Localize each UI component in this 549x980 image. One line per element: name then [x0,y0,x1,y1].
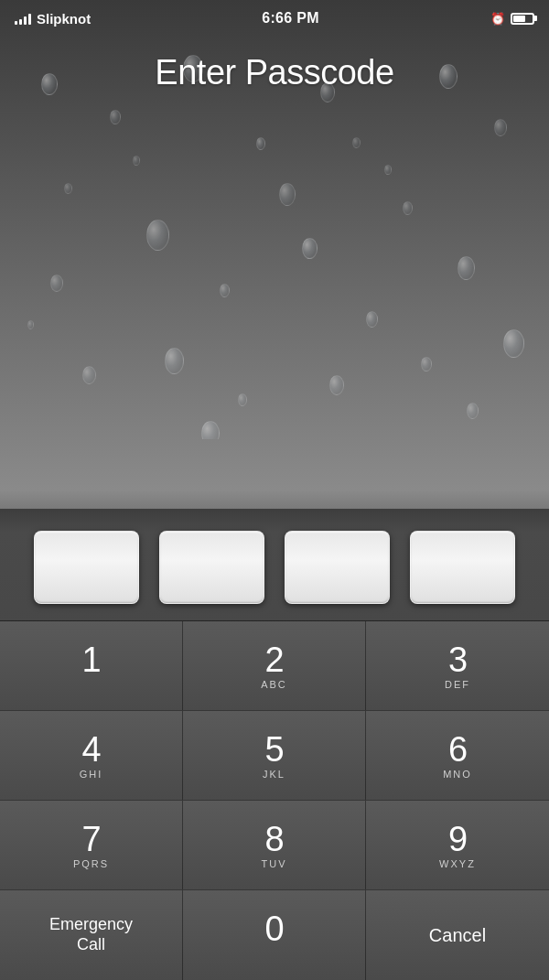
key-4-number: 4 [81,732,100,767]
status-left: Slipknot [15,11,91,27]
key-7-letters: PQRS [73,858,109,869]
keypad-section: 1 2 ABC 3 DEF 4 GHI 5 JKL 6 MNO 7 PQRS [0,509,549,980]
clock-icon: ⏰ [490,12,505,26]
passcode-box-4 [410,531,515,604]
cancel-label: Cancel [429,924,486,946]
key-5[interactable]: 5 JKL [183,711,366,801]
battery-fill [513,16,525,22]
emergency-call-label: EmergencyCall [49,915,133,954]
key-1[interactable]: 1 [0,621,183,711]
key-4[interactable]: 4 GHI [0,711,183,801]
key-2-number: 2 [264,642,283,677]
key-7[interactable]: 7 PQRS [0,801,183,890]
key-0[interactable]: 0 [183,890,366,980]
key-9[interactable]: 9 WXYZ [366,801,549,890]
key-8[interactable]: 8 TUV [183,801,366,890]
key-8-letters: TUV [262,858,287,869]
signal-bar-3 [24,16,27,25]
signal-bars [15,12,31,25]
key-1-number: 1 [81,642,100,677]
passcode-box-2 [159,531,264,604]
passcode-box-1 [34,531,139,604]
key-2[interactable]: 2 ABC [183,621,366,711]
key-0-number: 0 [264,911,283,946]
signal-bar-2 [19,19,22,25]
passcode-title: Enter Passcode [0,53,549,92]
key-8-number: 8 [264,822,283,856]
status-bar: Slipknot 6:66 PM ⏰ [0,0,549,37]
title-area: Enter Passcode [0,37,549,111]
key-6-number: 6 [448,732,467,767]
key-6[interactable]: 6 MNO [366,711,549,801]
battery-icon [511,13,534,25]
key-5-letters: JKL [263,769,285,780]
key-3[interactable]: 3 DEF [366,621,549,711]
status-time: 6:66 PM [262,10,319,27]
key-7-number: 7 [81,822,100,856]
key-6-letters: MNO [443,769,472,780]
key-emergency[interactable]: EmergencyCall [0,890,183,980]
key-9-number: 9 [448,822,467,856]
numpad: 1 2 ABC 3 DEF 4 GHI 5 JKL 6 MNO 7 PQRS [0,621,549,980]
key-3-number: 3 [448,642,467,677]
key-4-letters: GHI [80,769,103,780]
signal-bar-4 [28,14,31,25]
signal-bar-1 [15,21,17,25]
status-right: ⏰ [490,12,534,26]
key-5-number: 5 [264,732,283,767]
key-cancel[interactable]: Cancel [366,890,549,980]
passcode-boxes [0,522,549,620]
key-3-letters: DEF [445,679,470,690]
key-2-letters: ABC [261,679,287,690]
passcode-box-3 [285,531,390,604]
carrier-name: Slipknot [37,11,91,27]
key-9-letters: WXYZ [439,858,476,869]
